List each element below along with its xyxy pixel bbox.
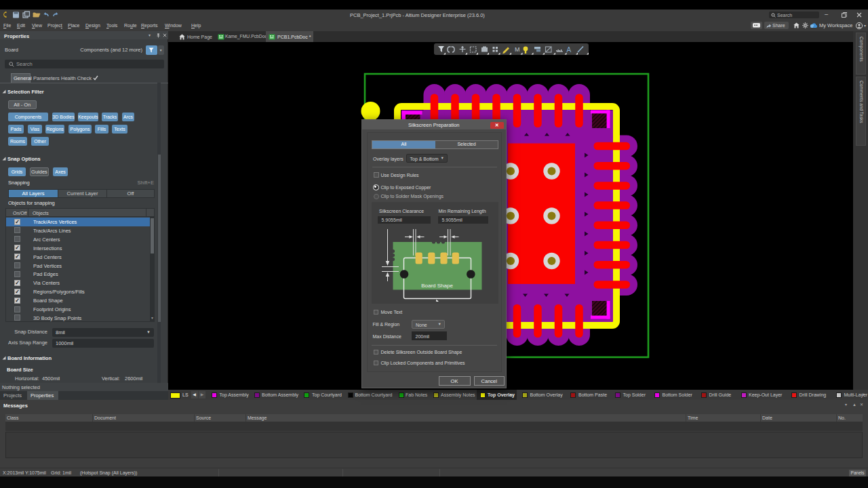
svg-text:A: A [567,45,572,53]
svg-text:Board Shape: Board Shape [421,283,453,289]
svg-text:M: M [515,46,520,53]
